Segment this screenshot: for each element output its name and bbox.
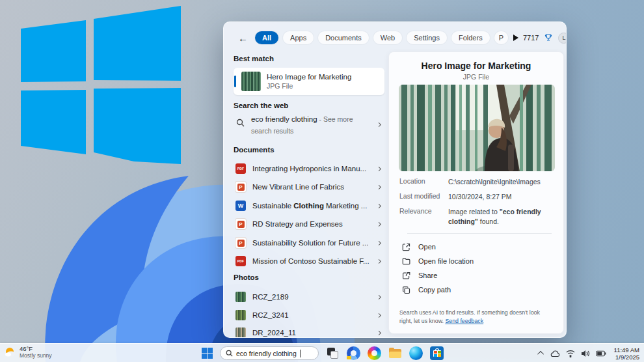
tab-folders[interactable]: Folders [451, 31, 490, 44]
section-header-web: Search the web [234, 102, 288, 109]
taskbar-search-box[interactable]: eco friendly clothing [220, 346, 319, 360]
pdf-file-icon: PDF [235, 163, 246, 174]
best-match-title: Hero Image for Marketing [267, 73, 351, 81]
best-match-subtitle: JPG File [267, 82, 351, 90]
powerpoint-file-icon: P [235, 238, 246, 248]
share-action[interactable]: Share [399, 268, 554, 283]
photo-item[interactable]: DR_2024_11 [234, 324, 384, 338]
chevron-right-icon [377, 203, 381, 208]
taskbar-clock[interactable]: 11:49 AM 1/9/2025 [614, 346, 639, 361]
chevron-right-icon [377, 240, 381, 245]
tab-apps[interactable]: Apps [283, 31, 314, 44]
meta-label-modified: Last modified [399, 192, 448, 201]
weather-icon [5, 346, 16, 358]
document-item[interactable]: P RD Strategy and Expenses [234, 215, 384, 233]
photo-item[interactable]: RCZ_2189 [234, 288, 384, 306]
tab-all[interactable]: All [255, 31, 278, 44]
microsoft-store-icon[interactable] [430, 346, 444, 360]
send-feedback-link[interactable]: Send feedback [445, 318, 483, 324]
section-header-photos: Photos [234, 273, 259, 281]
rewards-points[interactable]: 7717 [523, 34, 539, 42]
search-icon [226, 350, 233, 357]
preview-file-type: JPG File [389, 73, 563, 81]
tab-photos-partial[interactable]: P [494, 31, 508, 44]
account-avatar[interactable]: L [558, 33, 567, 44]
battery-icon[interactable] [596, 350, 606, 357]
clock-date: 1/9/2025 [614, 354, 639, 361]
search-flyout: ← All Apps Documents Web Settings Folder… [223, 21, 567, 338]
photo-thumbnail [235, 310, 246, 320]
photo-thumbnail [235, 327, 246, 338]
document-item[interactable]: P New Vibrant Line of Fabrics [234, 178, 384, 196]
weather-condition: Mostly sunny [20, 352, 52, 359]
file-explorer-icon[interactable] [388, 346, 402, 360]
back-arrow-icon[interactable]: ← [238, 33, 248, 43]
taskbar-search-value: eco friendly clothing [236, 350, 297, 357]
onedrive-cloud-icon[interactable] [550, 350, 560, 357]
wifi-icon[interactable] [566, 350, 575, 357]
copy-path-action[interactable]: Copy path [399, 283, 554, 297]
search-icon [236, 118, 245, 127]
meta-label-location: Location [399, 177, 448, 186]
pdf-file-icon: PDF [235, 256, 246, 266]
powerpoint-file-icon: P [235, 182, 246, 192]
taskbar-weather-widget[interactable]: 46°F Mostly sunny [5, 345, 52, 359]
folder-icon [402, 257, 410, 266]
preview-panel: Hero Image for Marketing JPG File [388, 51, 564, 334]
chevron-right-icon [377, 313, 381, 317]
meta-value-location: C:\scratch\Ignite\Ignite\Images [448, 177, 541, 186]
panel-divider [407, 233, 552, 234]
best-match-item[interactable]: Hero Image for Marketing JPG File [234, 68, 384, 95]
chevron-right-icon [377, 122, 381, 127]
document-item[interactable]: PDF Mission of Contoso Sustainable F... [234, 252, 384, 270]
open-icon [402, 243, 410, 251]
section-header-documents: Documents [234, 146, 275, 154]
open-action[interactable]: Open [399, 240, 554, 254]
file-metadata: Location C:\scratch\Ignite\Ignite\Images… [399, 177, 556, 232]
chevron-right-icon [377, 294, 381, 299]
photo-item[interactable]: RCZ_3241 [234, 306, 384, 324]
web-search-item[interactable]: eco friendly clothing - See more search … [234, 112, 384, 141]
share-icon [402, 272, 410, 280]
photo-thumbnail [235, 292, 246, 302]
clock-time: 11:49 AM [614, 346, 639, 354]
weather-temp: 46°F [20, 345, 52, 352]
chevron-right-icon [377, 258, 381, 263]
best-match-thumbnail [241, 72, 261, 91]
chevron-right-icon [377, 184, 381, 189]
chevron-right-icon [377, 166, 381, 171]
meta-value-modified: 10/30/2024, 8:27 PM [448, 192, 512, 201]
ai-disclaimer: Search uses AI to find results. If somet… [399, 309, 553, 326]
preview-image[interactable] [399, 85, 555, 171]
task-view-icon[interactable] [326, 346, 340, 360]
copy-icon [402, 286, 410, 294]
document-item[interactable]: W Sustainable Clothing Marketing ... [234, 197, 384, 215]
edge-browser-icon[interactable] [409, 346, 423, 360]
copilot-taskbar-icon[interactable] [368, 346, 381, 360]
selection-accent-bar [234, 76, 236, 87]
powerpoint-file-icon: P [235, 219, 246, 229]
meta-label-relevance: Relevance [399, 207, 448, 225]
file-actions: Open Open file location Share [399, 240, 554, 297]
meta-value-relevance: Image related to "eco friendly clothing"… [448, 207, 556, 225]
document-item[interactable]: P Sustainability Solution for Future ... [234, 234, 384, 252]
speaker-icon[interactable] [581, 350, 590, 357]
word-file-icon: W [235, 201, 246, 211]
chevron-right-icon [377, 330, 381, 335]
tray-overflow-chevron-icon[interactable] [537, 351, 544, 357]
scroll-tabs-right-icon[interactable] [513, 35, 518, 41]
tab-web[interactable]: Web [373, 31, 402, 44]
tab-settings[interactable]: Settings [407, 31, 447, 44]
tab-documents[interactable]: Documents [318, 31, 369, 44]
taskbar: 46°F Mostly sunny eco friendly clothing [0, 343, 644, 362]
rewards-trophy-icon[interactable] [544, 33, 553, 42]
text-caret [300, 350, 301, 357]
open-file-location-action[interactable]: Open file location [399, 254, 554, 268]
document-item[interactable]: PDF Integrating Hydroponics in Manu... [234, 160, 384, 178]
start-button[interactable] [202, 348, 213, 359]
preview-title: Hero Image for Marketing [389, 61, 563, 71]
chevron-right-icon [377, 221, 381, 226]
system-tray [539, 344, 606, 362]
windows-logo-graphic [20, 4, 182, 167]
blue-app-icon[interactable] [347, 346, 360, 360]
